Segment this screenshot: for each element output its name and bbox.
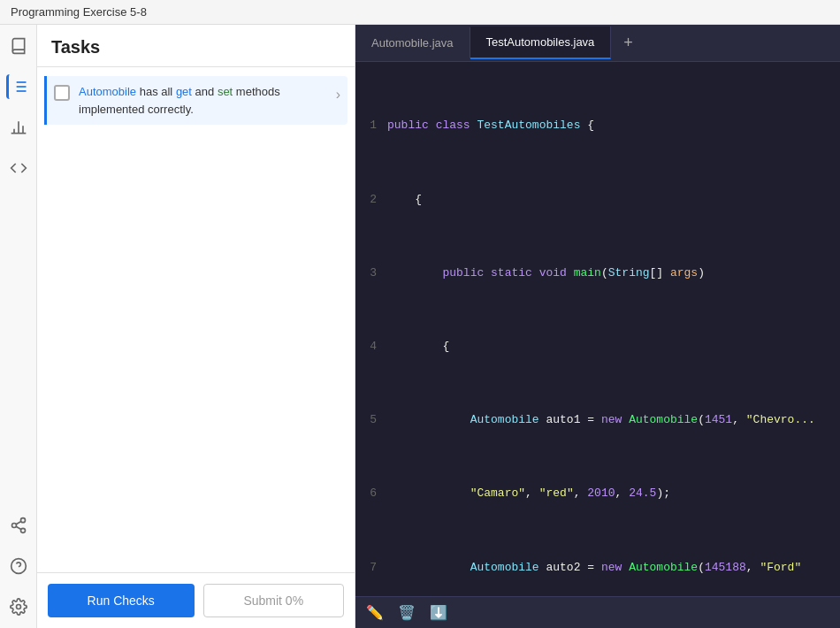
download-icon[interactable]: ⬇️ <box>430 604 447 621</box>
title-bar: Programming Exercise 5-8 <box>0 0 840 25</box>
tasks-panel: Tasks Automobile has all get and set met… <box>37 25 355 628</box>
run-checks-button[interactable]: Run Checks <box>48 584 195 617</box>
svg-point-17 <box>16 605 20 609</box>
pencil-icon[interactable]: ✏️ <box>366 604 384 621</box>
tab-automobile-java[interactable]: Automobile.java <box>355 27 470 58</box>
tasks-header: Tasks <box>37 25 355 67</box>
book-icon[interactable] <box>6 34 31 58</box>
code-line-7: 7 Automobile auto2 = new Automobile(1451… <box>355 559 840 578</box>
task-keyword-get: get <box>176 85 192 98</box>
code-line-1: 1 public class TestAutomobiles { <box>355 117 840 135</box>
chart-icon[interactable] <box>6 115 31 140</box>
task-keyword-automobile: Automobile <box>79 85 136 98</box>
code-icon[interactable] <box>6 156 31 180</box>
trash-icon[interactable]: 🗑️ <box>398 604 416 621</box>
task-text-and: and <box>195 85 218 98</box>
task-item: Automobile has all get and set methods i… <box>44 76 347 125</box>
tab-bar: Automobile.java TestAutomobiles.java + <box>355 25 840 62</box>
list-icon[interactable] <box>6 74 31 99</box>
task-chevron-icon[interactable]: › <box>336 87 340 103</box>
tab-testautomobiles-java-label: TestAutomobiles.java <box>486 35 595 49</box>
title-text: Programming Exercise 5-8 <box>11 5 147 19</box>
svg-point-10 <box>20 518 25 523</box>
task-text: Automobile has all get and set methods i… <box>79 83 327 118</box>
svg-line-13 <box>16 526 21 529</box>
code-line-2: 2 { <box>355 191 840 210</box>
share-icon[interactable] <box>6 513 31 538</box>
task-text-has-all: has all <box>140 85 176 98</box>
help-icon[interactable] <box>6 554 31 578</box>
code-line-6: 6 "Camaro", "red", 2010, 24.5); <box>355 485 840 503</box>
code-line-4: 4 { <box>355 338 840 356</box>
svg-line-14 <box>16 521 21 524</box>
code-line-5: 5 Automobile auto1 = new Automobile(1451… <box>355 411 840 430</box>
submit-button[interactable]: Submit 0% <box>203 584 345 617</box>
svg-point-12 <box>20 528 25 532</box>
tasks-list: Automobile has all get and set methods i… <box>37 67 355 572</box>
task-checkbox[interactable] <box>54 85 70 101</box>
code-lines: 1 public class TestAutomobiles { 2 { 3 p… <box>355 62 840 596</box>
task-keyword-set: set <box>218 85 233 98</box>
icon-bar <box>0 25 37 628</box>
tab-testautomobiles-java[interactable]: TestAutomobiles.java <box>470 27 612 59</box>
code-line-3: 3 public static void main(String[] args) <box>355 264 840 283</box>
tab-add-button[interactable]: + <box>611 25 645 61</box>
tab-automobile-java-label: Automobile.java <box>371 36 454 50</box>
settings-icon[interactable] <box>6 594 31 619</box>
svg-point-11 <box>11 524 16 528</box>
code-toolbar: ✏️ 🗑️ ⬇️ <box>355 596 840 628</box>
tasks-footer: Run Checks Submit 0% <box>37 572 355 628</box>
code-area[interactable]: 1 public class TestAutomobiles { 2 { 3 p… <box>355 62 840 596</box>
code-editor: Automobile.java TestAutomobiles.java + 1… <box>355 25 840 628</box>
